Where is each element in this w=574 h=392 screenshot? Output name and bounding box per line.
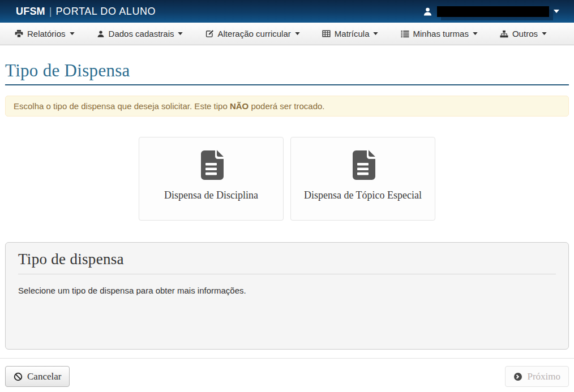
caret-down-icon [554,10,559,13]
menu-item-outros[interactable]: Outros [500,29,547,38]
card-label: Dispensa de Disciplina [164,189,258,201]
brand-name: UFSM [16,6,45,18]
brand-separator: | [49,6,52,18]
cancel-button-label: Cancelar [27,371,61,382]
caret-down-icon [178,32,183,35]
sitemap-icon [500,30,508,38]
chevron-circle-right-icon [513,372,522,381]
top-navbar: UFSM | PORTAL DO ALUNO [0,0,574,23]
caret-down-icon [295,32,300,35]
menu-label: Minhas turmas [413,29,469,38]
menu-label: Dados cadastrais [109,29,174,38]
dispensa-type-cards: Dispensa de Disciplina Dispensa de Tópic… [5,137,569,221]
menu-item-relatorios[interactable]: Relatórios [15,29,75,38]
user-icon [423,7,432,16]
menu-item-alteracao-curricular[interactable]: Alteração curricular [205,29,300,38]
brand-app-title: PORTAL DO ALUNO [55,6,156,18]
alert-text: poderá ser trocado. [249,101,324,111]
info-panel: Tipo de dispensa Selecione um tipo de di… [5,242,569,350]
ban-icon [14,372,23,381]
user-menu[interactable] [423,6,559,17]
user-name-redacted [437,6,549,17]
list-icon [401,29,409,38]
menu-item-matricula[interactable]: Matrícula [322,29,379,38]
info-panel-divider [18,274,556,274]
edit-icon [205,29,214,38]
page-title: Tipo de Dispensa [5,61,569,81]
info-panel-title: Tipo de dispensa [18,251,556,268]
file-text-icon [193,147,229,186]
title-divider [5,84,569,85]
caret-down-icon [542,32,547,35]
next-button-label: Próximo [527,371,560,382]
next-button[interactable]: Próximo [505,366,569,387]
alert-text: Escolha o tipo de dispensa que deseja so… [14,101,230,111]
caret-down-icon [473,32,478,35]
brand[interactable]: UFSM | PORTAL DO ALUNO [16,6,156,18]
menu-label: Outros [512,29,538,38]
menu-label: Alteração curricular [218,29,291,38]
printer-icon [15,29,23,38]
caret-down-icon [70,32,75,35]
menu-label: Relatórios [27,29,66,38]
menu-label: Matrícula [335,29,370,38]
alert-bold-text: NÃO [230,101,249,111]
caret-down-icon [373,32,378,35]
cancel-button[interactable]: Cancelar [5,366,70,387]
main-menu: Relatórios Dados cadastrais Alteração cu… [0,23,574,45]
main-content: Tipo de Dispensa Escolha o tipo de dispe… [0,61,574,350]
table-icon [322,29,331,38]
footer-actions: Cancelar Próximo [0,359,574,387]
card-dispensa-disciplina[interactable]: Dispensa de Disciplina [139,137,284,221]
user-icon [97,30,105,38]
file-text-icon [345,147,381,186]
card-label: Dispensa de Tópico Especial [304,189,422,201]
menu-item-minhas-turmas[interactable]: Minhas turmas [401,29,478,38]
warning-alert: Escolha o tipo de dispensa que deseja so… [5,96,569,117]
card-dispensa-topico-especial[interactable]: Dispensa de Tópico Especial [290,137,435,221]
info-panel-body: Selecione um tipo de dispensa para obter… [18,286,556,295]
menu-item-dados-cadastrais[interactable]: Dados cadastrais [97,29,183,38]
